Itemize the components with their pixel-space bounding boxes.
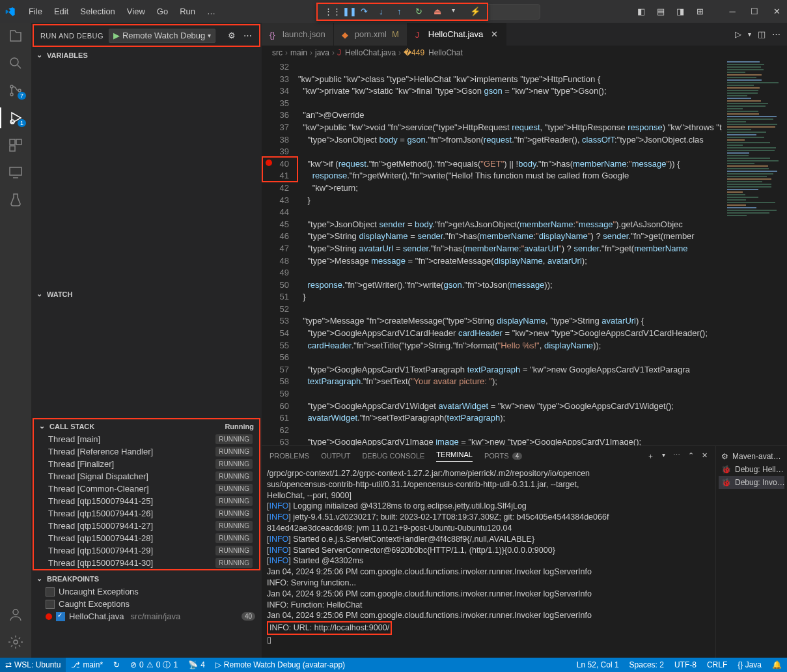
line-number[interactable]: 57 [262,364,289,376]
checkbox[interactable] [46,587,55,596]
thread-row[interactable]: Thread [qtp1500079441-29]RUNNING [34,544,259,557]
minimap[interactable] [725,60,787,445]
line-number[interactable]: 48 [262,255,289,268]
debug-toolbar[interactable]: ⋮⋮ ❚❚ ↷ ↓ ↑ ↻ ⏏ ▾ ⚡ [316,3,488,21]
layout-sidebar-left-icon[interactable]: ◧ [636,7,646,17]
line-number[interactable]: 51 [262,291,289,303]
restart-icon[interactable]: ↻ [415,7,426,17]
line-number[interactable]: 61 [262,412,289,425]
terminal-output[interactable]: /grpc/grpc-context/1.27.2/grpc-context-1… [262,466,715,658]
line-number[interactable]: 58 [262,376,289,388]
maximize-panel-icon[interactable]: ⌃ [688,451,694,461]
code-line[interactable] [298,425,722,437]
pause-icon[interactable]: ❚❚ [342,7,353,17]
layout-grid-icon[interactable]: ⊞ [695,7,705,17]
breakpoints-header[interactable]: ⌄BREAKPOINTS [31,572,262,585]
code-line[interactable]: "type">GoogleAppsCardV1Image image = "kw… [298,436,722,445]
code-line[interactable] [298,98,722,110]
drag-grip-icon[interactable]: ⋮⋮ [324,7,335,17]
code-line[interactable]: } [298,291,722,303]
code-line[interactable]: "type">String displayName = sender."fn">… [298,231,722,243]
chevron-down-icon[interactable]: ▾ [452,7,462,17]
code-line[interactable]: textParagraph."fn">setText("Your avatar … [298,376,722,388]
ptab-output[interactable]: OUTPUT [321,452,350,460]
code-line[interactable] [298,146,722,158]
line-number[interactable]: 55 [262,340,289,352]
hot-reload-icon[interactable]: ⚡ [470,7,480,17]
line-number[interactable]: 42 [262,182,289,195]
line-number[interactable]: 37 [262,122,289,134]
code-line[interactable] [298,206,722,219]
remote-indicator[interactable]: ⇄WSL: Ubuntu [0,658,66,672]
ptab-debugconsole[interactable]: DEBUG CONSOLE [362,452,424,460]
disconnect-icon[interactable]: ⏏ [434,7,444,17]
split-editor-icon[interactable]: ◫ [758,29,766,39]
code-line[interactable]: response."fn">getWriter()."fn">write("He… [298,170,722,182]
code-line[interactable]: response."fn">getWriter()."fn">write(gso… [298,279,722,292]
editor-tab[interactable]: ◆pom.xmlM [334,23,407,46]
code-line[interactable]: "type">Message message = "fn">createMess… [298,255,722,268]
callstack-header[interactable]: ⌄CALL STACKRunning [34,419,259,433]
line-number[interactable]: 32 [262,61,289,74]
code-area[interactable]: 3233343536373839404142434445464748495051… [262,60,787,445]
start-debug-icon[interactable]: ▶ [113,31,120,40]
code-line[interactable] [298,61,722,74]
menu-go[interactable]: Go [152,4,173,19]
editor-tab[interactable]: JHelloChat.java✕ [407,23,507,46]
code-line[interactable] [298,352,722,364]
remote-explorer-icon[interactable] [8,165,23,180]
checkbox[interactable] [46,600,55,609]
thread-row[interactable]: Thread [qtp1500079441-28]RUNNING [34,532,259,544]
more-icon[interactable]: ⋯ [242,31,253,41]
close-tab-icon[interactable]: ✕ [491,29,498,39]
chevron-down-icon[interactable]: ▾ [748,31,751,38]
launch-config-select[interactable]: ▶ Remote Watch Debug ▾ [109,29,215,43]
thread-row[interactable]: Thread [qtp1500079441-27]RUNNING [34,520,259,532]
ptab-terminal[interactable]: TERMINAL [436,451,473,462]
breadcrumb[interactable]: src› main› java› JHelloChat.java› �449He… [262,46,787,60]
encoding-status[interactable]: UTF-8 [669,660,702,669]
code-content[interactable]: "kw">public "kw">class "type">HelloChat … [298,60,722,445]
eol-status[interactable]: CRLF [702,660,732,669]
layout-sidebar-right-icon[interactable]: ◨ [675,7,685,17]
menu-file[interactable]: File [23,4,48,19]
line-number[interactable]: 50 [262,279,289,292]
code-line[interactable]: "kw">public "kw">void "fn">service("type… [298,122,722,134]
window-minimize-icon[interactable]: ─ [727,7,738,17]
new-terminal-icon[interactable]: ＋ [647,451,654,461]
close-panel-icon[interactable]: ✕ [702,451,708,461]
crumb[interactable]: java [315,48,329,57]
thread-row[interactable]: Thread [Signal Dispatcher]RUNNING [34,470,259,483]
line-number[interactable]: 45 [262,219,289,231]
watch-header[interactable]: ⌄WATCH [31,287,262,301]
ptab-problems[interactable]: PROBLEMS [269,452,309,460]
settings-gear-icon[interactable] [8,634,23,650]
line-number[interactable]: 38 [262,134,289,147]
line-number[interactable]: 56 [262,352,289,364]
terminal-entry[interactable]: 🐞Debug: Invo… [719,476,784,489]
code-line[interactable]: "type">JsonObject body = gson."fn">fromJ… [298,134,722,147]
menu-run[interactable]: Run [174,4,200,19]
crumb[interactable]: src [272,48,283,57]
code-line[interactable]: "type">Message "fn">createMessage("type"… [298,315,722,328]
code-line[interactable] [298,267,722,279]
step-over-icon[interactable]: ↷ [361,7,371,17]
thread-row[interactable]: Thread [Common-Cleaner]RUNNING [34,483,259,495]
line-number[interactable]: 63 [262,436,289,445]
indent-status[interactable]: Spaces: 2 [624,660,669,669]
menu-view[interactable]: View [122,4,150,19]
thread-row[interactable]: Thread [Finalizer]RUNNING [34,458,259,470]
line-number[interactable]: 44 [262,206,289,219]
line-number[interactable]: 53 [262,315,289,328]
code-line[interactable] [298,388,722,400]
code-line[interactable]: "type">String avatarUrl = sender."fn">ha… [298,243,722,255]
problems-status[interactable]: ⊘ 0 ⚠ 0 ⓘ 1 [125,660,183,671]
thread-row[interactable]: Thread [Reference Handler]RUNNING [34,445,259,458]
line-number[interactable]: 52 [262,303,289,316]
line-gutter[interactable]: 3233343536373839404142434445464748495051… [262,60,298,445]
language-status[interactable]: {} Java [732,660,767,669]
code-line[interactable]: "type">GoogleAppsCardV1Widget avatarWidg… [298,400,722,413]
bp-caught[interactable]: Caught Exceptions [31,598,262,610]
terminal-entry[interactable]: 🐞Debug: Hell… [719,463,784,476]
code-line[interactable] [298,303,722,316]
